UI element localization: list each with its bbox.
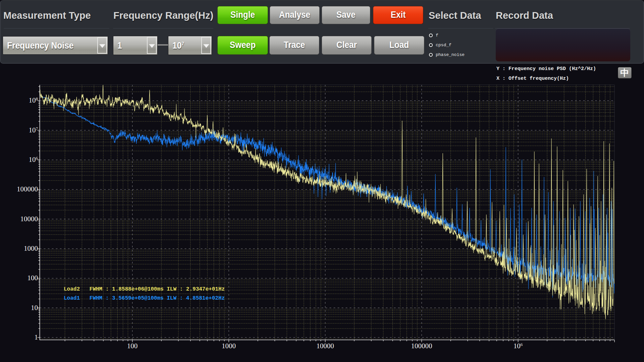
svg-text:Load1 FWHM : 3.5659e+05@100m: Load1 FWHM : 3.5659e+05@100ms ILW : 4.85… — [64, 295, 225, 301]
svg-text:1000: 1000 — [24, 244, 38, 252]
svg-text:10: 10 — [31, 304, 38, 312]
svg-text:100: 100 — [127, 342, 138, 350]
svg-text:10000: 10000 — [20, 215, 38, 223]
svg-text:100000: 100000 — [411, 342, 432, 350]
svg-text:100000: 100000 — [17, 185, 38, 193]
svg-text:Load2 FWHM : 1.8588e+06@100m: Load2 FWHM : 1.8588e+06@100ms ILW : 2.93… — [64, 286, 225, 292]
svg-text:1000: 1000 — [222, 342, 236, 350]
svg-text:10000: 10000 — [316, 342, 334, 350]
svg-text:100: 100 — [28, 274, 38, 282]
svg-text:1: 1 — [35, 333, 38, 341]
